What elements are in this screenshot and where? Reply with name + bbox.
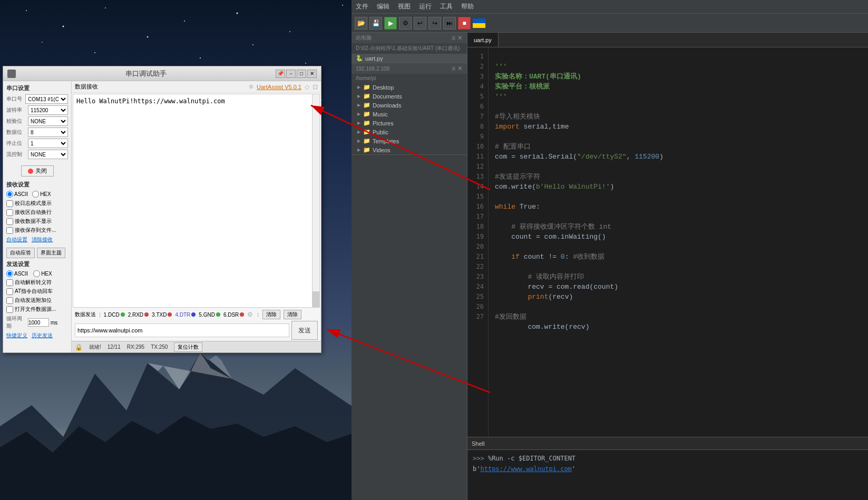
tree-close-icon[interactable]: ✕ [457,34,463,42]
editor-tab-uart[interactable]: uart.py [467,33,499,47]
svg-point-13 [305,63,306,64]
recv-hex-radio[interactable]: HEX [32,191,51,198]
flow-select[interactable]: NONE [28,150,68,159]
send-input[interactable] [75,323,289,337]
arrow-icon[interactable]: ↕ [256,311,259,318]
run-button[interactable]: ▶ [384,17,397,30]
port-select[interactable]: COM13 #1(C [25,94,68,104]
data-label: 数据位 [6,129,26,136]
recv-ascii-radio[interactable]: ASCII [6,191,28,198]
baud-select[interactable]: 115200 [28,105,68,115]
clear-recv-link[interactable]: 清除接收 [32,236,53,243]
pin-button[interactable]: 📌 [276,70,285,78]
close-port-button[interactable]: 关闭 [21,165,54,177]
maximize-button[interactable]: □ [297,70,306,78]
videos-folder[interactable]: ▶ 📁 Videos [352,145,467,154]
uart-py-file[interactable]: 🐍 uart.py [352,54,467,63]
send-at-checkbox[interactable] [6,288,13,295]
shell-output-suffix: ' [572,465,576,473]
reset-count-button[interactable]: 复位计数 [174,342,202,352]
check-select[interactable]: NONE [28,116,68,126]
send-clean-button[interactable]: 清除 [284,310,301,319]
send-links: 快捷定义 历史发送 [6,332,68,339]
stop-select[interactable]: 1 [28,139,68,148]
line-4: 4 [467,82,488,92]
remote-files-section: 192.168.2.108 ≡ ✕ /home/pi ▶ 📁 Desktop ▶… [352,63,467,155]
svg-point-11 [200,57,201,58]
dtr-led [191,312,196,317]
open-folder-button[interactable]: 📂 [355,17,367,30]
flow-label: 流控制 [6,151,26,158]
recv-content: Hello WalnutPi!https://www.walnutpi.com [76,97,316,105]
settings-button[interactable]: ⚙ [399,17,412,30]
remote-close-icon[interactable]: ✕ [457,65,463,72]
send-hex-radio[interactable]: HEX [33,270,52,277]
menu-tools[interactable]: 工具 [440,2,453,11]
auto-settings-link[interactable]: 自动设置 [6,236,27,243]
dialog-body: 串口设置 串口号 COM13 #1(C 波特率 115200 校验位 [3,81,321,352]
send-section: 数据发送 | 1.DCD 2.RXD 3.TXD 4.DTR [72,309,321,341]
loop-period-input[interactable] [28,318,49,327]
status-position: 12/11 [108,344,121,350]
close-dialog-button[interactable]: ✕ [307,70,317,78]
send-append-checkbox[interactable] [6,297,13,304]
ide-menubar: 文件 编辑 视图 运行 工具 帮助 [352,0,868,14]
theme-button[interactable]: 界面主题 [37,248,65,258]
shell-output-url[interactable]: https://www.walnutpi.com [480,465,571,473]
line-25: 25 [467,292,488,302]
send-escape-checkbox[interactable] [6,279,13,286]
documents-folder[interactable]: ▶ 📁 Documents [352,92,467,101]
editor-tabs: uart.py [467,33,868,47]
settings2-icon[interactable]: ⚙ [247,311,253,318]
expand-icon[interactable]: ⊡ [313,83,318,91]
code-line-24: print(recv) [495,293,573,301]
file-tree-panel: 此电脑 ≡ ✕ D:\02-示例程序\1.基础实验\UART (串口通讯) 🐍 … [352,33,467,500]
ide-content: 此电脑 ≡ ✕ D:\02-示例程序\1.基础实验\UART (串口通讯) 🐍 … [352,33,868,500]
back-button[interactable]: ↩ [414,17,426,30]
uart-assist-link[interactable]: UartAssist V5.0.1 [257,84,301,90]
code-line-26: #发回数据 [495,313,526,321]
stop-button[interactable]: ■ [458,17,471,30]
recv-log-checkbox[interactable] [6,200,13,207]
recv-scrollbar[interactable] [312,94,319,307]
menu-help[interactable]: 帮助 [461,2,474,11]
send-settings-section: 发送设置 ASCII HEX 自动解析转义符 AT指令自动回车 [6,258,68,341]
auto-respond-button[interactable]: 自动应答 [6,248,35,258]
save-file-button[interactable]: 💾 [369,17,382,30]
minimize-button[interactable]: － [286,70,296,78]
recv-save-checkbox[interactable] [6,227,13,234]
menu-file[interactable]: 文件 [356,2,368,11]
code-editor: 1 2 3 4 5 6 7 8 9 10 11 12 13 14 15 16 1 [467,47,868,437]
remote-menu-icon[interactable]: ≡ [452,65,455,72]
skip-button[interactable]: ⏭ [443,17,456,30]
recv-hide-checkbox[interactable] [6,218,13,225]
dtr-indicator: 4.DTR [175,312,196,318]
recv-checkbox1-row: 校日志模式显示 [6,200,68,207]
data-select[interactable]: 8 [28,128,68,137]
music-folder[interactable]: ▶ 📁 Music [352,110,467,119]
public-folder[interactable]: ▶ 📁 Public [352,128,467,136]
downloads-folder[interactable]: ▶ 📁 Downloads [352,101,467,110]
send-clear-button[interactable]: 清除 [262,310,280,319]
code-line-10: com = serial.Serial("/dev/ttyS2", 115200… [495,153,664,161]
remote-files-header: 192.168.2.108 ≡ ✕ [352,63,467,74]
history-send-link[interactable]: 历史发送 [32,332,53,339]
dsr-led [240,312,244,317]
baud-row: 波特率 115200 [6,105,68,115]
send-ascii-radio[interactable]: ASCII [6,270,28,277]
desktop-folder[interactable]: ▶ 📁 Desktop [352,83,467,92]
recv-wrap-checkbox[interactable] [6,209,13,216]
send-button[interactable]: 发送 [291,321,318,340]
tree-menu-icon[interactable]: ≡ [452,34,455,42]
quick-define-link[interactable]: 快捷定义 [6,332,27,339]
shell-tab-label[interactable]: Shell [472,440,484,447]
menu-run[interactable]: 运行 [419,2,432,11]
forward-button[interactable]: ↪ [428,17,441,30]
menu-edit[interactable]: 编辑 [377,2,389,11]
pictures-folder[interactable]: ▶ 📁 Pictures [352,119,467,128]
templates-folder[interactable]: ▶ 📁 Templates [352,136,467,145]
code-content[interactable]: ''' 实验名称：UART(串口通讯) 实验平台：核桃派 ''' #导入相关模块… [489,47,868,437]
menu-view[interactable]: 视图 [398,2,411,11]
code-line-7: import serial,time [495,123,569,131]
send-file-checkbox[interactable] [6,306,13,313]
